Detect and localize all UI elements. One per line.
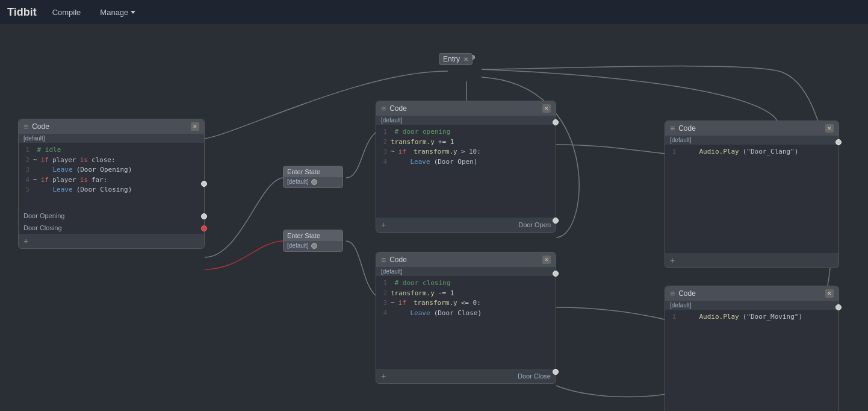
code-door-close-header: ≡ Code ✕ (376, 253, 556, 267)
add-icon-7[interactable]: + (670, 256, 675, 265)
chevron-down-icon (131, 11, 135, 14)
port-audio-clang-right (835, 139, 842, 145)
code-idle-tag: [default] (19, 134, 204, 143)
add-icon[interactable]: + (23, 236, 28, 246)
code-audio-moving-title: Code (678, 289, 696, 298)
code-door-open-footer: + Door Open (376, 218, 556, 232)
entry-node[interactable]: Entry ✕ [default]* (439, 53, 479, 62)
port-audio-moving-right (835, 304, 842, 310)
enter-state-1-tag: [default] (284, 177, 343, 187)
door-open-label: Door Open (518, 221, 551, 228)
enter-state-1-header: Enter State (284, 166, 343, 177)
code-audio-moving-close[interactable]: ✕ (825, 289, 834, 298)
code-audio-clang-editor[interactable]: 1 Audio.Play("Door_Clang") (665, 145, 839, 181)
menu-icon[interactable]: ≡ (23, 122, 28, 131)
nav-manage[interactable]: Manage (96, 5, 139, 19)
code-door-close-tag: [default] (376, 267, 556, 276)
port-door-open-right-top (553, 119, 559, 125)
code-door-close-footer: + Door Close (376, 369, 556, 383)
port-door-open-right-bottom (553, 218, 559, 224)
add-icon-3[interactable]: + (381, 220, 386, 230)
menu-icon-8[interactable]: ≡ (670, 289, 675, 298)
code-audio-moving-node[interactable]: ≡ Code ✕ [default] 1 Audio.Play("Door_Mo… (665, 286, 839, 411)
entry-close-btn[interactable]: ✕ (463, 56, 468, 63)
door-opening-label: Door Opening (23, 212, 65, 219)
door-closing-label: Door Closing (23, 224, 62, 231)
code-door-open-title: Code (389, 104, 407, 113)
menu-icon-6[interactable]: ≡ (670, 124, 675, 133)
code-idle-footer: + (19, 234, 204, 248)
menu-icon-4[interactable]: ≡ (381, 255, 386, 265)
brand-logo: Tidbit (7, 6, 37, 19)
port-door-close-right-bottom (553, 369, 559, 375)
enter-state-2-node[interactable]: Enter State [default] (283, 230, 343, 252)
code-door-open-editor[interactable]: 1 # door opening 2 transform.y += 1 3~ i… (376, 125, 556, 169)
code-door-open-node[interactable]: ≡ Code ✕ [default] 1 # door opening 2 tr… (376, 101, 556, 233)
topbar: Tidbit Compile Manage (0, 0, 868, 24)
code-audio-clang-tag: [default] (665, 136, 839, 145)
code-audio-clang-title: Code (678, 124, 696, 133)
enter-state-1-node[interactable]: Enter State [default] (283, 166, 343, 188)
door-close-label: Door Close (518, 372, 551, 380)
menu-icon-2[interactable]: ≡ (381, 104, 386, 113)
code-idle-editor[interactable]: 1 # idle 2~ if player is close: 3 Leave(… (19, 143, 204, 198)
code-idle-header: ≡ Code ✕ (19, 119, 204, 134)
code-audio-moving-tag: [default] (665, 301, 839, 310)
code-idle-node[interactable]: ≡ Code ✕ [default] 1 # idle 2~ if player… (18, 119, 205, 249)
code-audio-clang-footer: + (665, 253, 839, 268)
code-idle-title: Code (32, 122, 49, 131)
code-door-open-header: ≡ Code ✕ (376, 101, 556, 116)
nav-compile[interactable]: Compile (49, 5, 85, 19)
enter-state-2-tag: [default] (284, 241, 343, 251)
code-door-close-title: Code (389, 256, 407, 264)
port-idle-right (201, 181, 207, 187)
enter-state-2-header: Enter State (284, 230, 343, 241)
code-audio-moving-editor[interactable]: 1 Audio.Play("Door_Moving") (665, 310, 839, 346)
code-audio-clang-node[interactable]: ≡ Code ✕ [default] 1 Audio.Play("Door_Cl… (665, 121, 839, 268)
code-audio-clang-close[interactable]: ✕ (825, 124, 834, 133)
code-door-close-node[interactable]: ≡ Code ✕ [default] 1 # door closing 2 tr… (376, 252, 556, 384)
port-door-opening (201, 213, 207, 219)
code-idle-close[interactable]: ✕ (191, 122, 199, 131)
port-door-closing (201, 225, 207, 231)
entry-label: Entry (443, 55, 460, 63)
add-icon-5[interactable]: + (381, 371, 386, 381)
node-canvas: Entry ✕ [default]* ≡ Code ✕ [default] 1 … (0, 24, 868, 411)
enter-state-1-port (311, 179, 317, 185)
enter-state-2-port (311, 243, 317, 249)
code-door-close-close[interactable]: ✕ (542, 256, 551, 264)
code-door-open-tag: [default] (376, 116, 556, 125)
code-door-close-editor[interactable]: 1 # door closing 2 transform.y -= 1 3~ i… (376, 276, 556, 321)
code-audio-clang-header: ≡ Code ✕ (665, 121, 839, 136)
code-audio-moving-header: ≡ Code ✕ (665, 286, 839, 301)
port-door-close-right-top (553, 271, 559, 277)
code-door-open-close[interactable]: ✕ (542, 104, 551, 113)
